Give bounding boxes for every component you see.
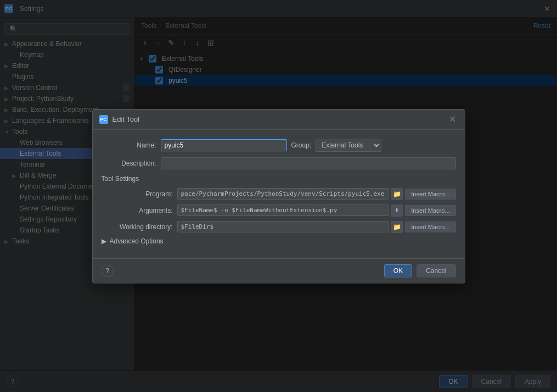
advanced-arrow: ▶	[102, 237, 106, 245]
name-label: Name:	[102, 141, 156, 149]
arguments-browse-button[interactable]: ⬆	[391, 204, 403, 217]
description-label: Description:	[102, 160, 156, 167]
dialog-overlay: PC Edit Tool ✕ Name: Group: External Too…	[0, 0, 557, 392]
arguments-insert-macro-button[interactable]: Insert Macro...	[405, 205, 455, 216]
name-input[interactable]	[161, 139, 287, 151]
dialog-icon: PC	[99, 115, 108, 124]
advanced-options-row[interactable]: ▶ Advanced Options	[102, 237, 456, 245]
tool-settings-header: Tool Settings	[102, 175, 456, 183]
program-insert-macro-button[interactable]: Insert Macro...	[405, 189, 455, 200]
working-dir-row: Working directory: 📁 Insert Macro...	[102, 221, 456, 233]
dialog-help-button[interactable]: ?	[102, 265, 114, 277]
group-select[interactable]: External Tools	[316, 139, 381, 152]
dialog-ok-button[interactable]: OK	[384, 264, 412, 277]
working-dir-input[interactable]	[177, 221, 389, 232]
arguments-label: Arguments:	[102, 207, 173, 214]
dialog-footer: ? OK Cancel	[93, 258, 465, 283]
working-dir-insert-macro-button[interactable]: Insert Macro...	[405, 221, 455, 232]
program-label: Program:	[102, 190, 173, 198]
program-row: Program: 📁 Insert Macro...	[102, 188, 456, 200]
edit-tool-dialog: PC Edit Tool ✕ Name: Group: External Too…	[92, 109, 465, 283]
dialog-close-button[interactable]: ✕	[447, 114, 458, 125]
arguments-row: Arguments: ⬆ Insert Macro...	[102, 204, 456, 217]
working-dir-label: Working directory:	[102, 223, 173, 231]
description-row: Description:	[102, 157, 456, 169]
working-dir-input-wrap: 📁 Insert Macro...	[177, 221, 456, 233]
working-dir-browse-button[interactable]: 📁	[391, 221, 403, 233]
dialog-body: Name: Group: External Tools Description:…	[93, 130, 465, 258]
program-browse-button[interactable]: 📁	[391, 188, 403, 200]
program-input-wrap: 📁 Insert Macro...	[177, 188, 456, 200]
arguments-input[interactable]	[177, 204, 389, 216]
dialog-title: Edit Tool	[112, 115, 447, 123]
arguments-input-wrap: ⬆ Insert Macro...	[177, 204, 456, 217]
advanced-label: Advanced Options	[110, 237, 164, 245]
description-input[interactable]	[161, 157, 456, 169]
group-label: Group:	[291, 141, 312, 149]
name-group-row: Name: Group: External Tools	[102, 139, 456, 152]
dialog-cancel-button[interactable]: Cancel	[417, 264, 455, 277]
program-input[interactable]	[177, 188, 389, 200]
dialog-title-bar: PC Edit Tool ✕	[93, 110, 465, 130]
